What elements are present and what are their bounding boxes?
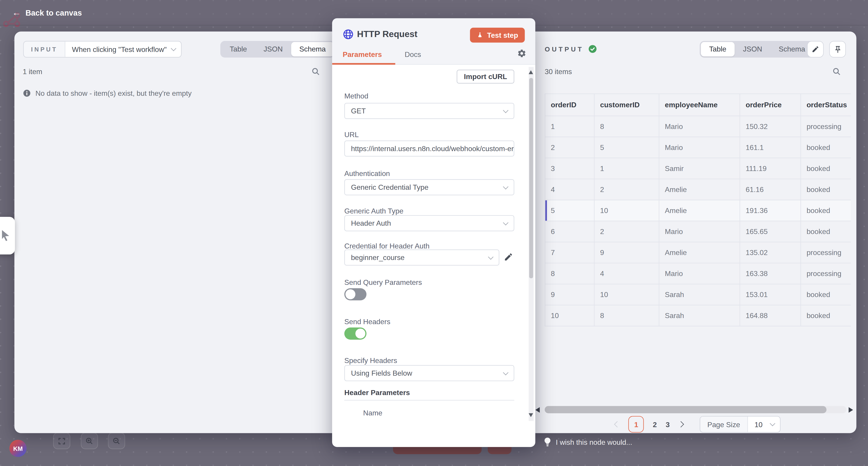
input-run-selector[interactable]: INPUT When clicking "Test workflow": [23, 41, 182, 57]
node-feedback-prompt[interactable]: I wish this node would...: [544, 437, 632, 447]
output-items-count: 30 items: [545, 68, 572, 76]
table-row[interactable]: 31Samir111.19booked: [545, 158, 851, 179]
input-items-count: 1 item: [23, 68, 42, 76]
authentication-label: Authentication: [344, 169, 390, 177]
table-row[interactable]: 510Amelie191.36booked: [545, 200, 851, 221]
input-display-mode-tabs: Table JSON Schema: [220, 41, 335, 57]
input-tab-json[interactable]: JSON: [255, 42, 291, 57]
table-cell: Sarah: [659, 305, 740, 326]
cursor-icon: [0, 229, 11, 242]
output-search-icon[interactable]: [832, 67, 842, 76]
chevron-down-icon: [503, 370, 508, 375]
zoom-in-button[interactable]: [81, 433, 98, 449]
send-query-parameters-toggle[interactable]: [344, 288, 366, 300]
scrollbar-thumb[interactable]: [545, 406, 827, 413]
input-panel-label: INPUT: [24, 41, 65, 57]
send-headers-label: Send Headers: [344, 318, 391, 326]
output-pagination: 1 2 3 Page Size 10: [545, 416, 851, 433]
output-tab-table[interactable]: Table: [701, 42, 735, 57]
node-vertical-scrollbar[interactable]: [529, 67, 534, 421]
table-cell: booked: [801, 221, 851, 242]
table-cell: processing: [801, 116, 851, 137]
input-search-icon[interactable]: [311, 67, 320, 76]
send-headers-toggle[interactable]: [344, 328, 366, 340]
table-row[interactable]: 42Amelie61.16booked: [545, 179, 851, 200]
avatar[interactable]: KM: [9, 440, 27, 457]
generic-auth-type-select[interactable]: Header Auth: [344, 215, 514, 231]
import-curl-button[interactable]: Import cURL: [457, 70, 514, 84]
toggle-knob: [355, 329, 365, 339]
scroll-right-arrow-icon[interactable]: [848, 407, 853, 412]
pin-data-button[interactable]: [829, 41, 846, 57]
table-cell: booked: [801, 179, 851, 200]
zoom-out-button[interactable]: [108, 433, 125, 449]
column-header[interactable]: customerID: [594, 94, 659, 116]
node-title: HTTP Request: [357, 29, 417, 39]
page-button-3[interactable]: 3: [666, 420, 670, 429]
tab-parameters[interactable]: Parameters: [343, 51, 382, 59]
table-cell: Amelie: [659, 242, 740, 263]
method-value: GET: [351, 107, 366, 115]
table-row[interactable]: 25Mario161.1booked: [545, 137, 851, 158]
edit-output-button[interactable]: [807, 41, 824, 57]
tab-docs[interactable]: Docs: [405, 51, 421, 59]
page-size-selector[interactable]: Page Size 10: [700, 416, 780, 433]
gear-icon[interactable]: [517, 49, 526, 58]
flask-icon: [476, 32, 483, 39]
table-row[interactable]: 18Mario150.32processing: [545, 116, 851, 137]
parameter-name-label: Name: [363, 409, 382, 417]
table-cell: 10: [594, 284, 659, 305]
back-to-canvas-label: Back to canvas: [26, 8, 82, 17]
output-horizontal-scrollbar[interactable]: [545, 406, 846, 413]
prev-page-icon[interactable]: [614, 421, 620, 428]
specify-headers-label: Specify Headers: [344, 356, 397, 365]
table-cell: Mario: [659, 263, 740, 284]
table-cell: 153.01: [740, 284, 801, 305]
table-cell: 5: [545, 200, 594, 221]
zoom-to-fit-button[interactable]: [53, 433, 70, 449]
scroll-up-arrow-icon[interactable]: [529, 70, 533, 74]
credential-select[interactable]: beginner_course: [344, 249, 499, 265]
url-input[interactable]: https://internal.users.n8n.cloud/webhook…: [344, 140, 514, 157]
scroll-left-arrow-icon[interactable]: [535, 407, 540, 412]
table-cell: booked: [801, 284, 851, 305]
zoom-out-icon: [112, 437, 121, 445]
input-tab-schema[interactable]: Schema: [291, 42, 334, 57]
column-header[interactable]: orderPrice: [740, 94, 801, 116]
toggle-knob: [345, 289, 355, 299]
column-header[interactable]: employeeName: [659, 94, 740, 116]
cursor-tool-card[interactable]: [0, 217, 15, 255]
page-button-1[interactable]: 1: [628, 416, 644, 433]
test-step-button[interactable]: Test step: [470, 28, 525, 42]
input-empty-message-row: No data to show - item(s) exist, but the…: [23, 89, 191, 97]
table-cell: 2: [594, 179, 659, 200]
page-button-2[interactable]: 2: [653, 420, 657, 429]
table-header-row: orderID customerID employeeName orderPri…: [545, 94, 851, 116]
table-cell: 9: [545, 284, 594, 305]
credential-label: Credential for Header Auth: [344, 242, 430, 250]
test-step-label: Test step: [487, 31, 518, 39]
next-page-icon[interactable]: [678, 421, 684, 428]
table-row[interactable]: 62Mario165.65booked: [545, 221, 851, 242]
column-header[interactable]: orderStatus: [801, 94, 851, 116]
edit-credential-pencil-icon[interactable]: [504, 252, 513, 262]
column-header[interactable]: orderID: [545, 94, 594, 116]
table-cell: processing: [801, 263, 851, 284]
method-select[interactable]: GET: [344, 103, 514, 119]
input-tab-table[interactable]: Table: [221, 42, 255, 57]
scroll-down-arrow-icon[interactable]: [529, 413, 533, 417]
scrollbar-thumb[interactable]: [529, 78, 533, 278]
table-cell: Samir: [659, 158, 740, 179]
table-row[interactable]: 108Sarah164.88booked: [545, 305, 851, 326]
info-icon: [23, 89, 31, 97]
chevron-down-icon: [503, 220, 508, 225]
back-to-canvas-button[interactable]: ← Back to canvas: [12, 8, 82, 17]
wish-text: I wish this node would...: [556, 438, 632, 446]
output-tab-json[interactable]: JSON: [735, 42, 770, 57]
table-row[interactable]: 910Sarah153.01booked: [545, 284, 851, 305]
authentication-select[interactable]: Generic Credential Type: [344, 179, 514, 195]
table-row[interactable]: 79Amelie135.02processing: [545, 242, 851, 263]
table-row[interactable]: 84Mario163.38processing: [545, 263, 851, 284]
specify-headers-select[interactable]: Using Fields Below: [344, 365, 514, 381]
output-table-wrapper: orderID customerID employeeName orderPri…: [545, 94, 851, 328]
